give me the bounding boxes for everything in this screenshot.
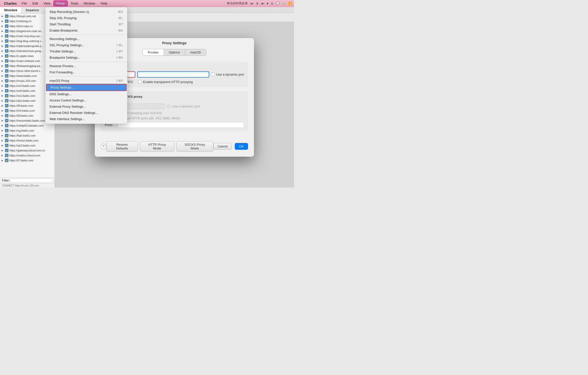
chevron-icon: ▶ xyxy=(1,65,4,67)
sidebar-item-label: https://ug.baidu.com xyxy=(9,129,34,132)
ok-button[interactable]: OK xyxy=(235,143,248,150)
menu-proxy-settings[interactable]: Proxy Settings... xyxy=(46,84,127,91)
list-item[interactable]: ▶ 🔒 https://sp3.baidu.com xyxy=(0,143,54,148)
dialog-tabs: Proxies Options macOS xyxy=(143,49,206,56)
site-icon: 🔒 xyxy=(5,59,8,63)
menu-recording-settings[interactable]: Recording Settings... xyxy=(46,36,127,42)
dynamic-port-checkbox[interactable] xyxy=(211,73,215,76)
menu-stop-recording[interactable]: Stop Recording (Session 1) ⌘R xyxy=(46,9,127,15)
site-icon: 🔒 xyxy=(5,69,8,73)
sidebar-tab-sequence[interactable]: Sequence xyxy=(21,7,43,13)
sidebar-item-label: https://firebaselogging-pa... xyxy=(9,64,43,67)
menubar-icon-chat[interactable]: 💬 xyxy=(276,2,280,5)
menu-ssl-proxying-settings[interactable]: SSL Proxying Settings... ⇧⌘L xyxy=(46,42,127,48)
dynamic-port-checkbox-label[interactable]: Use a dynamic port xyxy=(211,73,244,76)
menu-macos-proxy[interactable]: macOS Proxy ⇧⌘P xyxy=(46,78,127,84)
transparent-proxy-label[interactable]: Enable transparent HTTP proxying xyxy=(138,80,193,84)
menubar-edit[interactable]: Edit xyxy=(30,1,40,6)
list-item[interactable]: ▶ 🔒 https://ug.baidu.com xyxy=(0,128,54,133)
menubar-file[interactable]: File xyxy=(19,1,29,6)
sidebar-item-label: https://ss3.baidu.com xyxy=(9,84,35,87)
sidebar-item-label: https://c.apple.news xyxy=(9,54,34,57)
menubar-icon-prev[interactable]: ⏮ xyxy=(250,2,253,5)
menubar-icon-battery: 🔋 xyxy=(282,2,286,5)
main-layout: Structure Sequence ▶ 🔒 https://bizapi.cs… xyxy=(0,7,294,188)
dialog-tab-proxies[interactable]: Proxies xyxy=(143,49,164,55)
menubar-tools[interactable]: Tools xyxy=(68,1,81,6)
menubar-icon-heart: ♥ xyxy=(267,2,268,5)
menubar-app-name[interactable]: Charles xyxy=(2,1,19,6)
list-item[interactable]: ▶ 🔒 https://mbdp02.bdstatic.com xyxy=(0,123,54,128)
site-icon: 🔒 xyxy=(5,144,8,147)
sidebar-item-label: https://hector.baidu.com xyxy=(9,139,39,142)
list-item[interactable]: ▶ 🔒 https://hector.baidu.com xyxy=(0,138,54,143)
chevron-icon: ▶ xyxy=(1,144,4,147)
sidebar-item-label: https://mam.netease.com xyxy=(9,59,40,62)
http-proxy-mode-button[interactable]: HTTP Proxy Mode xyxy=(140,141,174,152)
chevron-icon: ▶ xyxy=(1,99,4,102)
menubar-icon-next[interactable]: ⏭ xyxy=(261,2,264,5)
chevron-icon: ▶ xyxy=(1,149,4,152)
menu-separator-3 xyxy=(46,76,127,77)
chevron-icon: ▶ xyxy=(1,104,4,107)
site-icon: 🔒 xyxy=(5,134,8,137)
menubar-help[interactable]: Help xyxy=(98,1,110,6)
site-icon: 🔒 xyxy=(5,24,8,28)
menu-throttle-settings[interactable]: Throttle Settings... ⇧⌘T xyxy=(46,48,127,54)
menu-enable-breakpoints[interactable]: Enable Breakpoints ⌘K xyxy=(46,27,127,34)
chevron-icon: ▶ xyxy=(1,15,4,17)
chevron-icon: ▶ xyxy=(1,94,4,97)
dialog-tab-options[interactable]: Options xyxy=(164,49,185,55)
list-item[interactable]: ▶ 🔒 https://gateway.icloud.com.cn xyxy=(0,148,54,153)
sidebar-item-label: https://ss0.baidu.com xyxy=(9,89,35,92)
menubar-icon-pause[interactable]: ⏸ xyxy=(256,2,259,5)
sidebar-item-label: https://imgservice.csdn.ne... xyxy=(9,30,43,33)
cancel-button[interactable]: Cancel xyxy=(213,143,232,150)
menu-external-proxy[interactable]: External Proxy Settings... xyxy=(46,103,127,110)
chevron-icon: ▶ xyxy=(1,139,4,142)
site-icon: 🔒 xyxy=(5,104,8,107)
menubar-right: 每当你向我走来 ⏮ ⏸ ⏭ ♥ ⊙ 💬 🔋 📶 xyxy=(227,1,292,5)
help-button[interactable]: ? xyxy=(101,144,106,149)
menu-web-interface[interactable]: Web Interface Settings... xyxy=(46,116,127,122)
socks-dynamic-port: Use a dynamic port xyxy=(167,104,200,108)
list-item[interactable]: ▶ 🔒 https://metrics.icloud.com xyxy=(0,153,54,158)
transparent-proxy-checkbox[interactable] xyxy=(138,80,142,84)
site-icon: 🔒 xyxy=(5,124,8,127)
site-icon: 🔒 xyxy=(5,139,8,142)
sidebar-item-label: https://music.163.com xyxy=(9,79,36,82)
http-port-secondary[interactable] xyxy=(137,71,209,78)
menu-start-throttling[interactable]: Start Throttling ⌘T xyxy=(46,21,127,27)
site-icon: 🔒 xyxy=(5,79,8,83)
restore-defaults-button[interactable]: Restore Defaults xyxy=(106,141,138,152)
dialog-tab-macos[interactable]: macOS xyxy=(185,49,206,55)
socks-proxy-mode-button[interactable]: SOCKS Proxy Mode xyxy=(176,141,213,152)
menubar-view[interactable]: View xyxy=(41,1,53,6)
menu-access-control[interactable]: Access Control Settings... xyxy=(46,97,127,103)
list-item[interactable]: ▶ 🔒 https://t7.baidu.com xyxy=(0,158,54,163)
sidebar-tab-structure[interactable]: Structure xyxy=(0,7,21,13)
menu-separator-1 xyxy=(46,35,127,35)
menu-dns-settings[interactable]: DNS Settings... xyxy=(46,91,127,97)
menubar-proxy[interactable]: Proxy xyxy=(53,0,68,6)
sidebar-item-label: https://sp1.baidu.com xyxy=(9,99,36,102)
menu-external-dns[interactable]: External DNS Resolver Settings... xyxy=(46,110,127,116)
chevron-icon: ▶ xyxy=(1,129,4,132)
socks-ports-input[interactable] xyxy=(118,122,244,128)
chevron-icon: ▶ xyxy=(1,20,4,22)
chevron-icon: ▶ xyxy=(1,55,4,57)
dialog-title: Proxy Settings xyxy=(162,41,187,45)
chevron-icon: ▶ xyxy=(1,159,4,162)
menu-port-forwarding[interactable]: Port Forwarding... xyxy=(46,69,127,75)
filter-input[interactable] xyxy=(10,179,52,183)
site-icon: 🔒 xyxy=(5,109,8,112)
sidebar-item-label: https://t9.baidu.com xyxy=(9,104,33,107)
menubar-window[interactable]: Window xyxy=(81,1,98,6)
menu-reverse-proxies[interactable]: Reverse Proxies... xyxy=(46,63,127,69)
menu-stop-ssl[interactable]: Stop SSL Proxying ⌘L xyxy=(46,15,127,21)
chevron-icon: ▶ xyxy=(1,85,4,87)
menu-breakpoint-settings[interactable]: Breakpoint Settings... ⇧⌘K xyxy=(46,54,127,61)
sidebar-item-label: https://t7.baidu.com xyxy=(9,159,33,162)
proxy-dropdown-menu: Stop Recording (Session 1) ⌘R Stop SSL P… xyxy=(45,7,127,124)
list-item[interactable]: ▶ 🔒 https://hpd.baidu.com xyxy=(0,133,54,138)
